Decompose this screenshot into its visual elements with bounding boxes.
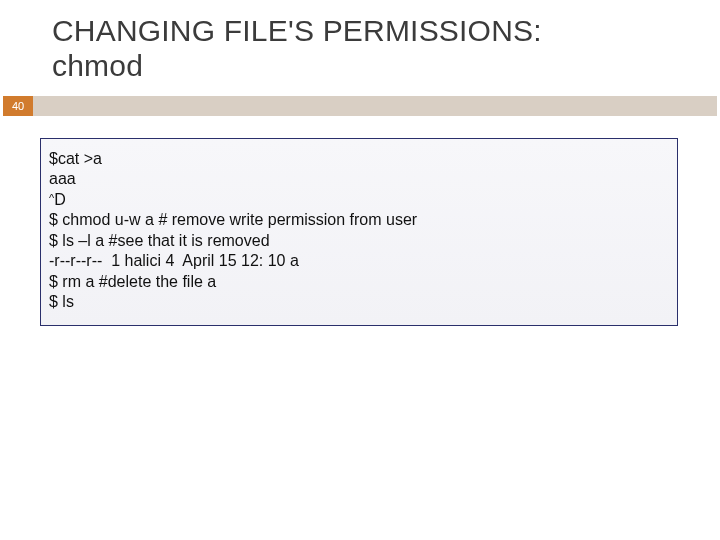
terminal-example-box: $cat >a aaa ^D $ chmod u-w a # remove wr… <box>40 138 678 326</box>
code-line: ^D <box>49 190 669 210</box>
title-line-1: CHANGING FILE'S PERMISSIONS: <box>52 14 542 47</box>
code-line: $ rm a #delete the file a <box>49 272 669 292</box>
slide: CHANGING FILE'S PERMISSIONS: chmod 40 $c… <box>0 0 720 540</box>
page-number-bar <box>33 96 717 116</box>
page-number-badge: 40 <box>3 96 33 116</box>
code-line: $cat >a <box>49 149 669 169</box>
code-line: -r--r--r-- 1 halici 4 April 15 12: 10 a <box>49 251 669 271</box>
slide-title: CHANGING FILE'S PERMISSIONS: chmod <box>52 14 672 83</box>
ctrl-d-rest: D <box>54 191 66 208</box>
code-line: $ ls –l a #see that it is removed <box>49 231 669 251</box>
page-number-row: 40 <box>0 96 720 116</box>
code-line: aaa <box>49 169 669 189</box>
code-line: $ ls <box>49 292 669 312</box>
code-line: $ chmod u-w a # remove write permission … <box>49 210 669 230</box>
title-line-2: chmod <box>52 49 143 82</box>
